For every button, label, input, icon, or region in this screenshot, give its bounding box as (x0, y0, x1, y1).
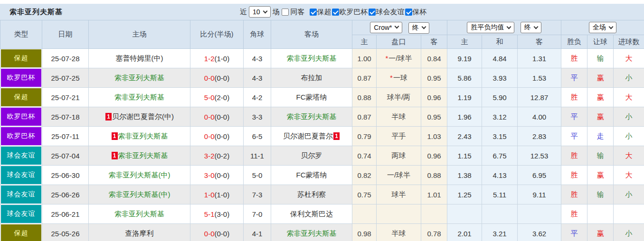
top-strip (0, 0, 644, 4)
result-wdl: 平 (561, 224, 587, 241)
match-date: 25-06-30 (42, 166, 89, 185)
handicap: 球半 (377, 185, 421, 204)
corners: 11-1 (244, 146, 271, 166)
result-goals: 大 (614, 146, 644, 166)
home-team[interactable]: 索非亚列夫斯基 (89, 68, 190, 88)
mean-draw: 3.15 (482, 127, 518, 146)
col-header-type: 类型 (0, 20, 42, 49)
league-filter-checkbox[interactable] (310, 9, 317, 16)
mean-draw: 3.21 (482, 224, 518, 241)
subcol-mean-lose: 客 (518, 35, 561, 49)
mean-lose: 12.87 (518, 88, 561, 107)
odds-period-select[interactable]: 终 (408, 22, 429, 34)
mean-lose: 6.95 (518, 166, 561, 185)
corners: 5-0 (244, 166, 271, 185)
league-filter-label: 欧罗巴杯 (340, 8, 368, 17)
subcol-result: 胜负 (561, 35, 587, 49)
score: 0-0(0-0) (190, 107, 244, 127)
table-row: 球会友谊25-07-041索非亚列夫斯基3-2(0-2)11-1贝尔罗0.74两… (0, 146, 644, 166)
league-badge: 保超 (1, 224, 41, 241)
mean-draw: 5.11 (482, 185, 518, 204)
table-row: 欧罗巴杯25-07-25索非亚列夫斯基0-0(0-0)4-3布拉加0.87*一球… (0, 68, 644, 88)
result-goals: 小 (614, 68, 644, 88)
match-date: 25-06-21 (42, 204, 89, 224)
odds-away: 0.95 (421, 68, 447, 88)
mean-win: 5.86 (447, 68, 482, 88)
red-card-badge: 1 (112, 132, 118, 140)
match-date: 25-05-26 (42, 224, 89, 241)
col-header-score: 比分(半场) (190, 20, 244, 49)
league-badge: 球会友谊 (1, 147, 41, 165)
corners: 7-0 (244, 204, 271, 224)
home-team[interactable]: 1索非亚列夫斯基 (89, 127, 190, 146)
scope-select[interactable]: 全场 (589, 22, 616, 33)
home-team[interactable]: 塞普特姆里(中) (89, 49, 190, 68)
matches-tbody: 保超25-07-28塞普特姆里(中)1-2(1-0)4-3索非亚列夫斯基1.00… (0, 49, 644, 241)
mean-select[interactable]: 胜平负均值 (467, 22, 514, 33)
mean-win: 2.01 (447, 224, 482, 241)
filter-group: 球会友谊 (369, 8, 405, 17)
score: 5-0(2-0) (190, 88, 244, 107)
mean-draw: 5.90 (482, 88, 518, 107)
result-handicap: 赢 (587, 68, 614, 88)
mean-draw: 6.75 (482, 146, 518, 166)
home-team[interactable]: 索非亚列夫斯基 (89, 204, 190, 224)
league-filter-checkbox[interactable] (332, 9, 339, 16)
filter-controls: 近 10 场 同客 保超 欧罗巴杯 球会友谊 保杯 (240, 4, 427, 20)
recent-count-select[interactable]: 10 (249, 6, 271, 18)
match-history-panel: 索非亚列夫斯基 近 10 场 同客 保超 欧罗巴杯 球会友谊 (0, 0, 644, 241)
handicap: 平手 (377, 127, 421, 146)
mean-win: 1.38 (447, 166, 482, 185)
league-cell: 保超 (0, 88, 42, 107)
mean-lose: 1.31 (518, 49, 561, 68)
odds-home: 0.87 (352, 107, 377, 127)
subcol-odds-away: 客 (421, 35, 447, 49)
league-filter-checkbox[interactable] (405, 9, 412, 16)
odds-company-value: Crow* (374, 24, 392, 31)
away-team[interactable]: FC蒙塔纳 (271, 88, 352, 107)
chevron-down-icon (507, 24, 511, 29)
table-row: 欧罗巴杯25-07-181贝尔谢巴夏普尔(中)0-0(0-0)3-3索非亚列夫斯… (0, 107, 644, 127)
mean-period-select[interactable]: 终 (521, 22, 541, 33)
col-header-date: 日期 (42, 20, 89, 49)
odds-away (421, 204, 447, 224)
mean-win: 1.96 (447, 107, 482, 127)
home-team[interactable]: 查洛摩利 (89, 224, 190, 241)
away-team[interactable]: 索非亚列夫斯基 (271, 49, 352, 68)
score: 3-2(0-2) (190, 146, 244, 166)
odds-home: 0.79 (352, 127, 377, 146)
match-date: 25-07-21 (42, 88, 89, 107)
odds-home: 0.75 (352, 185, 377, 204)
result-handicap: 赢 (587, 224, 614, 241)
away-team[interactable]: 保利文斯巴达 (271, 204, 352, 224)
league-filter-checkbox[interactable] (369, 9, 376, 16)
away-team[interactable]: FC蒙塔纳 (271, 166, 352, 185)
mean-lose: 1.53 (518, 68, 561, 88)
result-wdl: 胜 (561, 49, 587, 68)
away-team[interactable]: 贝尔谢巴夏普尔1 (271, 127, 352, 146)
same-away-label: 同客 (291, 8, 305, 17)
away-team[interactable]: 布拉加 (271, 68, 352, 88)
home-team[interactable]: 索非亚列夫斯基(中) (89, 185, 190, 204)
result-goals (614, 204, 644, 224)
result-goals: 小 (614, 224, 644, 241)
table-row: 球会友谊25-06-26索非亚列夫斯基(中)1-0(1-0)7-3苏杜利察0.7… (0, 185, 644, 204)
odds-company-select[interactable]: Crow* (370, 22, 402, 33)
home-team[interactable]: 1贝尔谢巴夏普尔(中) (89, 107, 190, 127)
result-wdl: 平 (561, 68, 587, 88)
mean-draw: 4.84 (482, 49, 518, 68)
same-away-checkbox[interactable] (282, 9, 289, 16)
league-badge: 保超 (1, 88, 41, 106)
mean-lose: 9.11 (518, 185, 561, 204)
league-filter-label: 保超 (317, 8, 331, 17)
home-team[interactable]: 索非亚列夫斯基 (89, 88, 190, 107)
away-team[interactable]: 贝尔罗 (271, 146, 352, 166)
match-date: 25-07-18 (42, 107, 89, 127)
odds-home (352, 204, 377, 224)
away-team[interactable]: 索非亚列夫斯基 (271, 224, 352, 241)
home-team[interactable]: 索非亚列夫斯基(中) (89, 166, 190, 185)
away-team[interactable]: 索非亚列夫斯基 (271, 107, 352, 127)
away-team[interactable]: 苏杜利察 (271, 185, 352, 204)
mean-lose: 3.62 (518, 224, 561, 241)
home-team[interactable]: 1索非亚列夫斯基 (89, 146, 190, 166)
